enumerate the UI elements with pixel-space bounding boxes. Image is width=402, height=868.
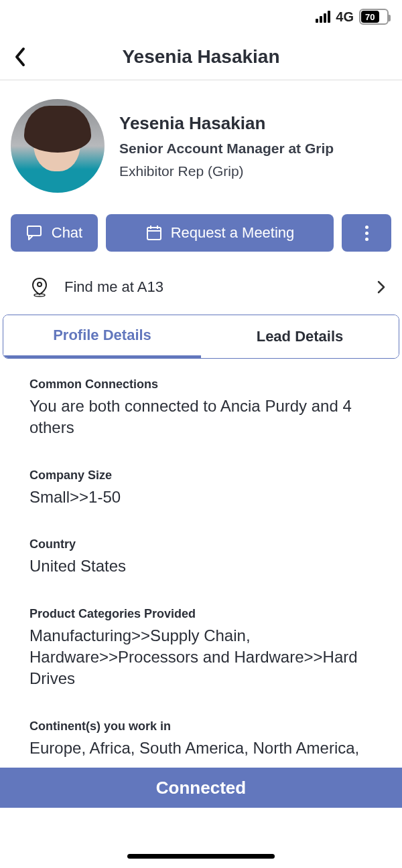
request-meeting-label: Request a Meeting — [171, 224, 295, 242]
svg-rect-1 — [147, 228, 161, 240]
profile-details: Common Connections You are both connecte… — [0, 359, 402, 759]
section-country: Country United States — [29, 537, 373, 577]
section-company-size: Company Size Small>>1-50 — [29, 468, 373, 508]
chat-button-label: Chat — [52, 224, 82, 242]
section-label: Product Categories Provided — [29, 607, 373, 621]
page-title: Yesenia Hasakian — [0, 46, 402, 68]
find-me-label: Find me at A13 — [64, 278, 360, 296]
profile-job-title: Senior Account Manager at Grip — [119, 141, 334, 157]
connection-status-label: Connected — [156, 778, 246, 798]
section-value: Europe, Africa, South America, North Ame… — [29, 737, 373, 759]
signal-icon — [316, 11, 330, 23]
section-value: You are both connected to Ancia Purdy an… — [29, 396, 373, 439]
profile-role: Exhibitor Rep (Grip) — [119, 163, 334, 179]
section-value: Manufacturing>>Supply Chain, Hardware>>P… — [29, 625, 373, 690]
section-product-categories: Product Categories Provided Manufacturin… — [29, 607, 373, 690]
section-value: United States — [29, 555, 373, 577]
section-common-connections: Common Connections You are both connecte… — [29, 377, 373, 439]
status-bar: 4G 70 — [0, 0, 402, 33]
location-pin-icon — [31, 277, 48, 297]
tabs: Profile Details Lead Details — [3, 315, 399, 359]
chat-button[interactable]: Chat — [11, 214, 98, 252]
chevron-right-icon — [377, 280, 386, 294]
avatar — [11, 99, 105, 193]
svg-rect-0 — [27, 226, 41, 236]
profile-header: Yesenia Hasakian Senior Account Manager … — [0, 80, 402, 209]
section-value: Small>>1-50 — [29, 487, 373, 508]
connection-status-bar[interactable]: Connected — [0, 768, 402, 808]
network-label: 4G — [336, 9, 354, 25]
more-icon — [365, 226, 368, 241]
tab-lead-details[interactable]: Lead Details — [201, 315, 399, 358]
home-indicator[interactable] — [127, 854, 275, 859]
section-label: Common Connections — [29, 377, 373, 392]
calendar-icon — [145, 224, 163, 242]
section-continents: Continent(s) you work in Europe, Africa,… — [29, 719, 373, 759]
action-row: Chat Request a Meeting — [0, 209, 402, 257]
chat-icon — [26, 224, 44, 242]
svg-point-5 — [38, 282, 42, 286]
chevron-left-icon — [13, 47, 27, 67]
tab-profile-details[interactable]: Profile Details — [3, 315, 201, 358]
battery-percent: 70 — [361, 11, 379, 23]
battery-icon: 70 — [359, 9, 389, 25]
more-options-button[interactable] — [342, 214, 391, 252]
section-label: Continent(s) you work in — [29, 719, 373, 733]
request-meeting-button[interactable]: Request a Meeting — [106, 214, 334, 252]
section-label: Country — [29, 537, 373, 551]
profile-name: Yesenia Hasakian — [119, 113, 334, 134]
section-label: Company Size — [29, 468, 373, 483]
nav-bar: Yesenia Hasakian — [0, 33, 402, 80]
back-button[interactable] — [7, 44, 34, 70]
find-me-row[interactable]: Find me at A13 — [0, 257, 402, 315]
